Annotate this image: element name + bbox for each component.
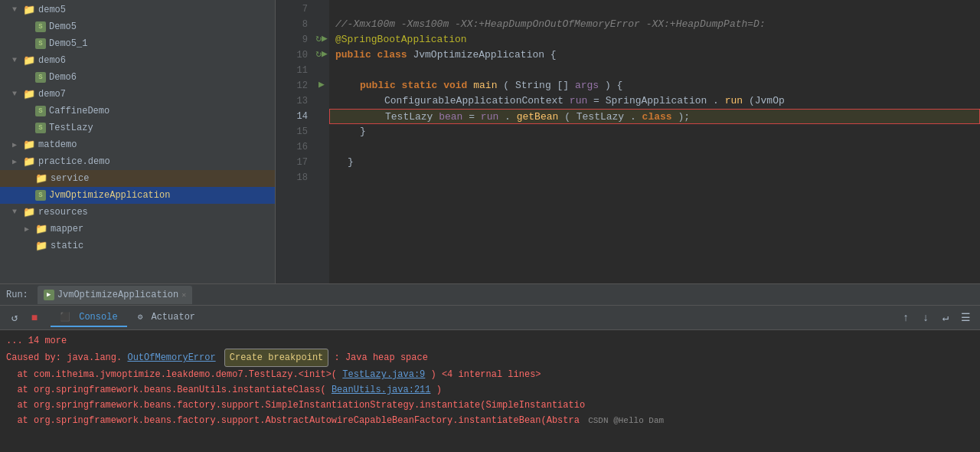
main-area: ▼ 📁 demo5 Demo5 Demo5_1 ▼ 📁 demo6 Demo6 … bbox=[0, 0, 980, 283]
close-icon[interactable]: ✕ bbox=[181, 290, 186, 300]
gutter-line bbox=[314, 169, 329, 184]
tab-actuator[interactable]: ⚙ Actuator bbox=[129, 309, 204, 327]
annotation: @SpringBootApplication bbox=[335, 34, 467, 45]
gutter-line bbox=[314, 92, 329, 107]
code-text: } bbox=[360, 126, 366, 137]
keyword: static bbox=[402, 80, 444, 91]
tree-label: CaffineDemo bbox=[49, 106, 109, 116]
console-icon: ⬛ bbox=[60, 313, 70, 322]
tree-item-testlazy[interactable]: TestLazy bbox=[0, 120, 275, 136]
tree-item-demo5-1[interactable]: Demo5_1 bbox=[0, 35, 275, 52]
code-text: . bbox=[713, 95, 719, 106]
keyword: public bbox=[360, 80, 402, 91]
folder-icon: 📁 bbox=[35, 172, 47, 185]
wrap-button[interactable]: ↵ bbox=[937, 310, 954, 326]
testlazy-link[interactable]: TestLazy.java:9 bbox=[342, 369, 425, 380]
spacer bbox=[24, 106, 34, 116]
chevron-icon: ▼ bbox=[12, 208, 21, 217]
folder-icon: 📁 bbox=[23, 88, 35, 100]
keyword-class: class bbox=[377, 49, 413, 61]
gutter-line bbox=[314, 153, 329, 169]
tree-label: TestLazy bbox=[49, 123, 93, 133]
tab-icon: ▶ bbox=[44, 290, 54, 300]
tree-item-caffinedemo[interactable]: CaffineDemo bbox=[0, 103, 275, 120]
tree-item-demo7[interactable]: ▼ 📁 demo7 bbox=[0, 86, 275, 103]
tree-item-jvmoptimize[interactable]: JvmOptimizeApplication bbox=[0, 187, 275, 204]
spring-icon bbox=[35, 38, 46, 49]
at-text: at com.itheima.jvmoptimize.leakdemo.demo… bbox=[6, 369, 337, 380]
scroll-up-button[interactable]: ↑ bbox=[897, 310, 914, 326]
code-text: ) { bbox=[605, 80, 622, 91]
tree-item-resources[interactable]: ▼ 📁 resources bbox=[0, 204, 275, 221]
tree-item-mapper[interactable]: ▶ 📁 mapper bbox=[0, 221, 275, 237]
method: getBean bbox=[517, 111, 559, 123]
varname: run bbox=[570, 95, 587, 106]
tree-item-service[interactable]: 📁 service bbox=[0, 170, 275, 187]
gutter-line-run9[interactable]: ↻▶ bbox=[314, 31, 329, 46]
tree-item-practice-demo[interactable]: ▶ 📁 practice.demo bbox=[0, 153, 275, 170]
beanutils-link[interactable]: BeanUtils.java:211 bbox=[332, 385, 431, 395]
spring-icon bbox=[35, 190, 46, 201]
panel-tabs: ↺ ■ ⬛ Console ⚙ Actuator ↑ ↓ ↵ ☰ bbox=[0, 306, 980, 330]
restart-button[interactable]: ↺ bbox=[6, 310, 23, 326]
tree-item-static[interactable]: 📁 static bbox=[0, 237, 275, 254]
outofmemory-link[interactable]: OutOfMemoryError bbox=[127, 352, 215, 363]
tree-label: practice.demo bbox=[38, 156, 110, 167]
at-text: at org.springframework.beans.factory.sup… bbox=[6, 400, 585, 411]
code-text: [] bbox=[557, 80, 575, 91]
brace: { bbox=[550, 49, 557, 61]
run-tab[interactable]: ▶ JvmOptimizeApplication ✕ bbox=[38, 286, 192, 304]
spacer bbox=[24, 22, 34, 31]
run-label: Run: bbox=[6, 290, 28, 300]
chevron-icon: ▼ bbox=[12, 5, 21, 15]
tree-label: demo6 bbox=[38, 55, 66, 66]
run-toolbar: Run: ▶ JvmOptimizeApplication ✕ bbox=[0, 284, 980, 306]
param: args bbox=[575, 80, 599, 91]
tree-item-matdemo[interactable]: ▶ 📁 matdemo bbox=[0, 136, 275, 153]
spacer bbox=[24, 73, 34, 82]
tree-item-demo6-class[interactable]: Demo6 bbox=[0, 69, 275, 86]
tree-item-demo5-class[interactable]: Demo5 bbox=[0, 18, 275, 35]
code-line-8: //-Xmx100m -Xms100m -XX:+HeapDumpOnOutOf… bbox=[329, 17, 980, 32]
type: ConfigurableApplicationContext bbox=[384, 95, 570, 106]
code-line-15: } bbox=[329, 124, 980, 139]
type: String bbox=[515, 80, 551, 91]
keyword: class bbox=[642, 111, 672, 123]
method-name: main bbox=[473, 80, 497, 91]
code-line-16 bbox=[329, 139, 980, 155]
gutter-line-run10[interactable]: ↻▶ bbox=[314, 46, 329, 61]
varname: bean bbox=[439, 111, 462, 123]
tab-console[interactable]: ⬛ Console bbox=[51, 309, 127, 327]
line-numbers: 7 8 9 10 11 12 13 14 15 16 17 18 bbox=[276, 0, 314, 283]
stop-button[interactable]: ■ bbox=[26, 310, 43, 326]
type: TestLazy bbox=[577, 111, 624, 123]
run-tab-label: JvmOptimizeApplication bbox=[57, 290, 178, 300]
gutter-line bbox=[314, 138, 329, 153]
tree-item-demo5[interactable]: ▼ 📁 demo5 bbox=[0, 2, 275, 18]
tree-label: demo5 bbox=[38, 5, 66, 15]
gutter-line bbox=[314, 107, 329, 123]
console-text: ... 14 more bbox=[6, 336, 67, 346]
scroll-down-button[interactable]: ↓ bbox=[917, 310, 934, 326]
filter-button[interactable]: ☰ bbox=[957, 310, 974, 326]
caused-by-text: Caused by: java.lang. bbox=[6, 352, 122, 363]
spring-icon bbox=[35, 123, 46, 133]
tree-label: static bbox=[51, 241, 83, 251]
tree-item-demo6[interactable]: ▼ 📁 demo6 bbox=[0, 52, 275, 69]
at-text: at org.springframework.beans.BeanUtils.i… bbox=[6, 385, 326, 395]
tree-label: demo7 bbox=[38, 89, 66, 100]
at-rest: ) bbox=[436, 385, 442, 395]
code-text: ); bbox=[678, 111, 690, 123]
console-line-caused-by: Caused by: java.lang. OutOfMemoryError C… bbox=[6, 349, 974, 367]
code-area: 7 8 9 10 11 12 13 14 15 16 17 18 ↻▶ ↻▶ bbox=[276, 0, 980, 283]
tree-label: Demo6 bbox=[49, 72, 77, 83]
spacer bbox=[24, 123, 34, 133]
breakpoint-tooltip[interactable]: Create breakpoint bbox=[224, 349, 328, 367]
type: TestLazy bbox=[385, 111, 439, 123]
spring-icon bbox=[35, 106, 46, 116]
comment-text: //-Xmx100m -Xms100m -XX:+HeapDumpOnOutOf… bbox=[335, 18, 766, 30]
code-text: ( bbox=[564, 111, 570, 123]
chevron-icon: ▼ bbox=[12, 56, 21, 65]
code-text: . bbox=[505, 111, 511, 123]
gutter-line-run12[interactable]: ▶ bbox=[314, 77, 329, 92]
